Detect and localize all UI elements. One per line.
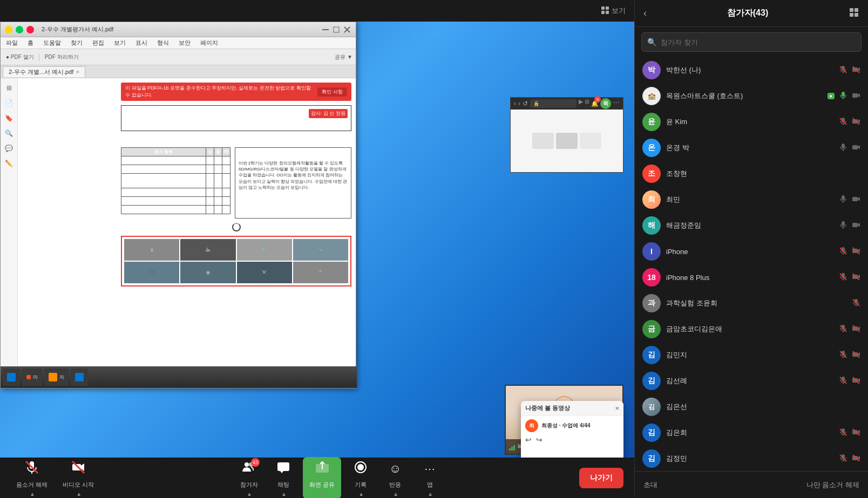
pdf-toolbar-share[interactable]: 공유 ▼ bbox=[335, 53, 352, 61]
browser-grid-icon[interactable]: ⊞ bbox=[585, 98, 589, 109]
sidebar-search-icon[interactable]: 🔍 bbox=[4, 128, 15, 139]
participants-button[interactable]: 43 참가자 ▲ bbox=[234, 457, 264, 499]
video-arrow[interactable]: ▲ bbox=[76, 491, 82, 497]
reaction-arrow[interactable]: ▲ bbox=[393, 491, 398, 497]
notif-icon-row: 최 최종성 · 수업에 4/44 bbox=[525, 419, 619, 432]
pdf-toolbar-button[interactable]: PDF 처리하기 bbox=[43, 52, 81, 62]
participants-label: 참가자 bbox=[240, 481, 258, 489]
participant-icons bbox=[839, 428, 860, 438]
notif-reply-icon[interactable]: ↩ bbox=[525, 435, 532, 444]
doc-header: (프로그램 B )부 (O)학년 (O)반 성명 : (박OO ) 검사: 김 … bbox=[121, 105, 351, 131]
record-arrow[interactable]: ▲ bbox=[358, 491, 364, 497]
participant-avatar: 조 bbox=[642, 165, 661, 183]
notif-actions: ↩ ↪ bbox=[525, 435, 619, 444]
loading-area bbox=[121, 219, 351, 236]
participant-name: 목원스마트스쿨 (호스트) bbox=[666, 91, 822, 101]
sidebar-pages-icon[interactable]: 📄 bbox=[4, 98, 15, 108]
view-button[interactable]: 보기 bbox=[601, 6, 626, 16]
browser-back[interactable]: ‹ bbox=[514, 100, 516, 107]
taskbar-ms-label: 마 bbox=[33, 374, 38, 381]
maximize-button[interactable] bbox=[16, 26, 23, 33]
record-button[interactable]: 기록 ▲ bbox=[345, 457, 376, 499]
mic-button[interactable]: 음소거 해제 ▲ bbox=[11, 457, 53, 499]
menu-view[interactable]: 보기 bbox=[111, 38, 129, 48]
doc-main: 이 파일을 PDF/A-1b 포맷을 준수한다고 주장하지만, 실제로는 온전한… bbox=[117, 78, 356, 388]
participant-icons bbox=[839, 376, 860, 386]
pdf-menu-item-adobe[interactable]: ● PDF 열기 bbox=[4, 52, 36, 62]
menu-display[interactable]: 표시 bbox=[132, 38, 151, 48]
share-button[interactable]: 화면 공유 ▲ bbox=[303, 457, 341, 499]
minimize-button[interactable] bbox=[5, 26, 12, 33]
host-badge: ● bbox=[828, 93, 835, 99]
video-button[interactable]: 비디오 시작 ▲ bbox=[57, 457, 99, 499]
apps-arrow[interactable]: ▲ bbox=[428, 491, 433, 497]
notif-badge: 9 bbox=[594, 96, 601, 103]
chat-button[interactable]: 채팅 ▲ bbox=[268, 457, 299, 499]
taskbar-item-start[interactable] bbox=[3, 369, 20, 386]
svg-rect-1 bbox=[606, 6, 609, 10]
browser-more[interactable]: ⋯ bbox=[613, 98, 620, 109]
browser-forward[interactable]: › bbox=[518, 100, 520, 107]
invite-button[interactable]: 초대 bbox=[643, 480, 657, 490]
notif-close-button[interactable]: × bbox=[615, 404, 619, 412]
pdf-window[interactable]: 2-우수 개별평가서 예시.pdf 파일 홈 도움말 찾기 편집 보기 표시 형… bbox=[0, 22, 356, 388]
toolbar-right: 나가기 bbox=[579, 468, 623, 488]
video-off-icon bbox=[852, 91, 860, 101]
share-icon-wrap bbox=[313, 459, 332, 479]
menu-protect[interactable]: 보안 bbox=[175, 38, 194, 48]
img-5: 🎮 bbox=[124, 262, 179, 283]
menu-find[interactable]: 찾기 bbox=[67, 38, 86, 48]
eval-left: 평가 항목 상 중 하 1. 출석율은 어떠한가? ○ bbox=[121, 147, 230, 219]
table-row: 6. 수업결과를 반성하고 고지려 하는가? ○ bbox=[121, 206, 230, 214]
menu-page[interactable]: 페이지 bbox=[197, 38, 221, 48]
participant-name: iPhone bbox=[666, 248, 833, 256]
browser-actions: ▶ ⊞ 🔔 9 목 ⋯ bbox=[579, 98, 620, 109]
participant-item: 박 박한선 (나) bbox=[635, 57, 868, 83]
file-icon bbox=[49, 373, 57, 381]
pdf-tab-close[interactable]: × bbox=[76, 69, 79, 75]
sidebar-nav-icon[interactable]: ⊞ bbox=[4, 83, 15, 93]
chat-arrow[interactable]: ▲ bbox=[281, 491, 287, 497]
sidebar-pen-icon[interactable]: ✏️ bbox=[4, 158, 15, 169]
participants-arrow[interactable]: ▲ bbox=[247, 491, 252, 497]
confirm-button[interactable]: 확인 사항 bbox=[317, 87, 347, 97]
sidebar-view-button[interactable] bbox=[849, 7, 859, 19]
name-label: 성명 : (박OO ) bbox=[248, 110, 279, 117]
participant-name: 김민지 bbox=[666, 350, 833, 360]
menu-tools[interactable]: 도움말 bbox=[40, 38, 64, 48]
browser-video-icon[interactable]: ▶ bbox=[579, 98, 583, 109]
menu-home[interactable]: 홈 bbox=[24, 38, 37, 48]
user-avatar-small[interactable]: 목 bbox=[600, 98, 611, 109]
sidebar-comment-icon[interactable]: 💬 bbox=[4, 143, 15, 154]
svg-rect-5 bbox=[334, 27, 339, 32]
reaction-button[interactable]: ☺ 반응 ▲ bbox=[380, 457, 410, 499]
notif-forward-icon[interactable]: ↪ bbox=[536, 435, 542, 444]
menu-format[interactable]: 형식 bbox=[154, 38, 172, 48]
participant-search-container[interactable]: 🔍 bbox=[641, 32, 862, 52]
apps-button[interactable]: ⋯ 앱 ▲ bbox=[415, 457, 445, 499]
close-button[interactable] bbox=[26, 26, 34, 33]
share-arrow[interactable]: ▲ bbox=[320, 491, 326, 497]
taskbar-item-file[interactable]: 자 bbox=[44, 369, 69, 386]
mic-arrow[interactable]: ▲ bbox=[30, 491, 35, 497]
pdf-tab-main[interactable]: 2-우수 개별...서 예시.pdf × bbox=[3, 66, 85, 77]
leave-button[interactable]: 나가기 bbox=[579, 468, 623, 488]
mini-browser[interactable]: ‹ › ↺ 🔒 ▶ ⊞ 🔔 9 목 ⋯ bbox=[510, 97, 623, 173]
mic-on-icon bbox=[839, 91, 847, 101]
mic-muted-icon bbox=[839, 428, 847, 438]
search-input[interactable] bbox=[661, 38, 856, 46]
taskbar-item-ms[interactable]: 마 bbox=[22, 369, 42, 386]
unmute-for-me-button[interactable]: 나만 음소거 해제 bbox=[806, 480, 859, 490]
menu-edit[interactable]: 편집 bbox=[89, 38, 107, 48]
img-7: ⚔️ bbox=[237, 262, 292, 283]
browser-address-bar[interactable]: 🔒 bbox=[530, 99, 577, 108]
sidebar-bookmark-icon[interactable]: 🔖 bbox=[4, 113, 15, 124]
record-icon bbox=[353, 460, 368, 478]
taskbar-item-browser[interactable] bbox=[71, 369, 88, 386]
browser-refresh[interactable]: ↺ bbox=[523, 100, 528, 107]
participant-name: 김정민 bbox=[666, 454, 833, 463]
sidebar-collapse-button[interactable]: ‹ bbox=[643, 8, 647, 19]
participant-name: 해금정준임 bbox=[666, 221, 833, 230]
menu-file[interactable]: 파일 bbox=[3, 38, 21, 48]
participant-avatar: 과 bbox=[642, 294, 661, 312]
